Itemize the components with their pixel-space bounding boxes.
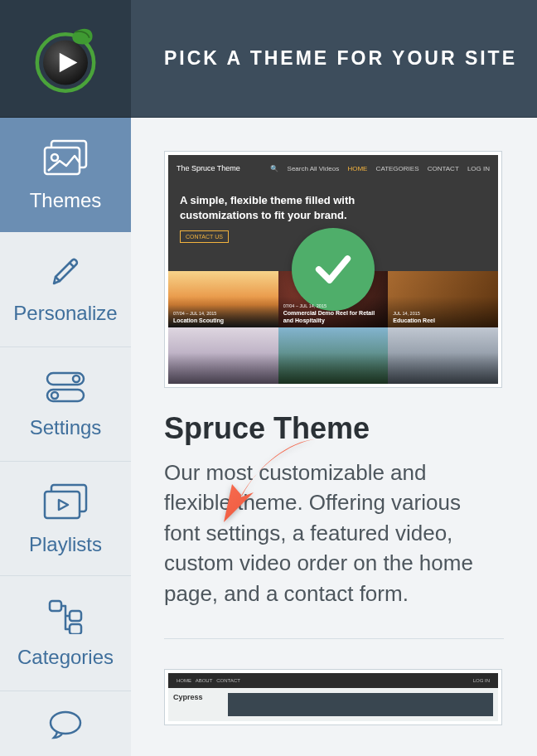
chat-icon [47,708,84,741]
sidebar-item-label: Playlists [29,533,102,556]
pencil-icon [47,254,84,290]
sidebar-item-themes[interactable]: Themes [0,118,131,232]
playlists-icon [41,482,90,521]
preview-mockup: HOME ABOUT CONTACT LOG IN Cypress [168,673,498,721]
theme-description: Our most customizable and flexible theme… [164,458,496,608]
themes-icon [41,138,90,177]
preview-cta: CONTACT US [180,230,229,243]
sidebar-item-label: Themes [30,189,102,212]
sidebar: Themes Personalize Settin [0,118,131,756]
toggles-icon [44,368,87,405]
svg-rect-14 [70,611,81,621]
theme-preview[interactable]: HOME ABOUT CONTACT LOG IN Cypress [164,669,502,725]
svg-point-7 [73,376,80,382]
preview-hero-headline: A simple, flexible theme filled with cus… [180,193,362,222]
sidebar-item-personalize[interactable]: Personalize [0,232,131,346]
sidebar-item-settings[interactable]: Settings [0,347,131,462]
top-bar: PICK A THEME FOR YOUR SITE [0,0,537,118]
header: PICK A THEME FOR YOUR SITE [131,0,537,118]
sidebar-item-categories[interactable]: Categories [0,576,131,691]
sidebar-item-playlists[interactable]: Playlists [0,462,131,576]
preview-brand: The Spruce Theme [177,164,240,172]
sidebar-item-label: Categories [17,646,114,669]
svg-rect-13 [50,601,61,611]
selected-check-icon [292,228,375,311]
app-logo[interactable] [28,22,103,96]
theme-preview[interactable]: The Spruce Theme 🔍 Search All Videos HOM… [164,151,502,388]
sitemap-icon [45,598,86,634]
sidebar-item-extra[interactable] [0,691,131,756]
preview-brand: Cypress [173,693,203,701]
logo-cell [0,0,131,118]
preview-nav-links: 🔍 Search All Videos HOME CATEGORIES CONT… [264,165,490,172]
content-area: The Spruce Theme 🔍 Search All Videos HOM… [131,118,537,756]
svg-point-16 [51,712,80,734]
theme-card-spruce[interactable]: The Spruce Theme 🔍 Search All Videos HOM… [164,151,504,608]
divider [164,638,504,639]
svg-rect-8 [47,390,84,401]
sidebar-item-label: Personalize [13,302,117,325]
sidebar-item-label: Settings [30,416,102,439]
svg-rect-11 [45,492,80,518]
svg-rect-6 [47,373,84,385]
page-title: PICK A THEME FOR YOUR SITE [164,47,517,70]
theme-title: Spruce Theme [164,411,504,446]
svg-rect-15 [70,624,81,634]
svg-point-9 [51,392,58,399]
theme-card-cypress[interactable]: HOME ABOUT CONTACT LOG IN Cypress [164,669,504,725]
